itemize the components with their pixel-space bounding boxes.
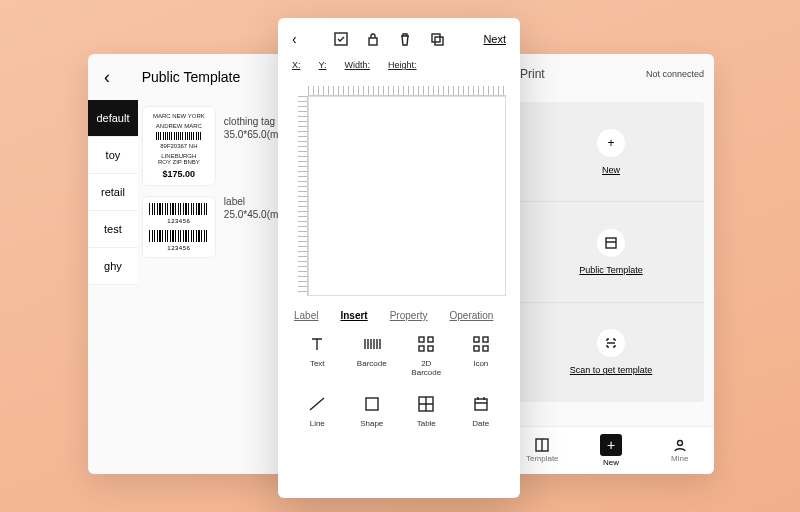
tool-table[interactable]: Table	[399, 395, 454, 428]
svg-rect-5	[335, 33, 347, 45]
nav-label: Template	[526, 454, 558, 463]
dim-y[interactable]: Y:	[319, 60, 327, 82]
svg-rect-21	[475, 399, 487, 410]
category-default[interactable]: default	[88, 100, 138, 137]
barcode-icon	[156, 132, 202, 140]
scan-icon	[597, 329, 625, 357]
calendar-icon	[473, 395, 489, 413]
copy-icon[interactable]	[430, 32, 446, 46]
page-title: Public Template	[100, 69, 282, 85]
tab-label[interactable]: Label	[294, 310, 318, 321]
plus-icon: +	[600, 434, 622, 456]
svg-rect-14	[483, 337, 488, 342]
home-screen: Print Not connected + New Public Templat…	[508, 54, 714, 474]
template-card-2[interactable]: 123456 123456	[142, 196, 216, 258]
lock-icon[interactable]	[366, 32, 382, 46]
grid-icon	[473, 335, 489, 353]
tool-shape[interactable]: Shape	[345, 395, 400, 428]
svg-rect-0	[606, 238, 616, 248]
tool-barcode[interactable]: Barcode	[345, 335, 400, 377]
nav-label: Mine	[671, 454, 688, 463]
page-title: Print	[520, 67, 545, 81]
action-scan[interactable]: Scan to get template	[518, 303, 704, 402]
nav-mine[interactable]: Mine	[645, 438, 714, 463]
dim-width[interactable]: Width:	[345, 60, 371, 82]
next-button[interactable]: Next	[483, 33, 506, 45]
bottom-nav: Template + New Mine	[508, 426, 714, 474]
editor-screen: ‹ Next X: Y: Width: Height: Label Insert…	[278, 18, 520, 498]
header: Print Not connected	[508, 54, 714, 94]
tool-icon[interactable]: Icon	[454, 335, 509, 377]
template-card-1[interactable]: MARC NEW YORK ANDREW MARC 89F20367 NH LI…	[142, 106, 216, 186]
template-icon	[597, 229, 625, 257]
user-icon	[673, 438, 687, 452]
category-retail[interactable]: retail	[88, 174, 138, 211]
category-list: default toy retail test ghy	[88, 100, 138, 474]
line-icon	[308, 395, 326, 413]
public-template-screen: ‹ Public Template default toy retail tes…	[88, 54, 294, 474]
action-label: New	[602, 165, 620, 175]
ruler-vertical	[298, 96, 308, 296]
svg-point-4	[677, 441, 682, 446]
template-icon	[535, 438, 549, 452]
barcode-number: 123456	[167, 218, 190, 224]
trash-icon[interactable]	[398, 32, 414, 46]
card-sku: 89F20367 NH	[160, 143, 197, 150]
svg-rect-16	[483, 346, 488, 351]
action-grid: + New Public Template Scan to get templa…	[518, 102, 704, 402]
barcode-icon	[149, 230, 209, 242]
svg-rect-10	[428, 337, 433, 342]
action-public-template[interactable]: Public Template	[518, 202, 704, 302]
category-ghy[interactable]: ghy	[88, 248, 138, 285]
table-icon	[418, 395, 434, 413]
back-icon[interactable]: ‹	[292, 31, 297, 47]
select-icon[interactable]	[334, 32, 350, 46]
tool-text[interactable]: Text	[290, 335, 345, 377]
tool-2d-barcode[interactable]: 2D Barcode	[399, 335, 454, 377]
text-icon	[309, 335, 325, 353]
action-label: Public Template	[579, 265, 642, 275]
card-product: LINEBURGH ROY ZIP BNBY	[158, 153, 200, 166]
nav-label: New	[603, 458, 619, 467]
action-label: Scan to get template	[570, 365, 653, 375]
tab-insert[interactable]: Insert	[340, 310, 367, 321]
barcode-icon	[149, 203, 209, 215]
card-price: $175.00	[163, 169, 196, 179]
editor-toolbar: ‹ Next	[278, 18, 520, 60]
canvas[interactable]	[308, 96, 506, 296]
svg-rect-17	[366, 398, 378, 410]
svg-rect-13	[474, 337, 479, 342]
barcode-number: 123456	[167, 245, 190, 251]
tab-property[interactable]: Property	[390, 310, 428, 321]
insert-tools: Text Barcode 2D Barcode Icon Line Shape …	[278, 329, 520, 434]
tool-date[interactable]: Date	[454, 395, 509, 428]
action-new[interactable]: + New	[518, 102, 704, 202]
svg-rect-9	[419, 337, 424, 342]
card-brand: MARC NEW YORK	[153, 113, 205, 120]
qr-icon	[418, 335, 434, 353]
nav-new[interactable]: + New	[577, 434, 646, 467]
template-thumbnails: MARC NEW YORK ANDREW MARC 89F20367 NH LI…	[138, 100, 220, 474]
svg-rect-7	[432, 34, 440, 42]
shape-icon	[364, 395, 380, 413]
svg-rect-6	[369, 38, 377, 45]
svg-rect-15	[474, 346, 479, 351]
header: ‹ Public Template	[88, 54, 294, 100]
canvas-area	[278, 82, 520, 296]
editor-tabs: Label Insert Property Operation	[278, 296, 520, 329]
tab-operation[interactable]: Operation	[450, 310, 494, 321]
dim-height[interactable]: Height:	[388, 60, 417, 82]
dimension-bar: X: Y: Width: Height:	[278, 60, 520, 82]
category-test[interactable]: test	[88, 211, 138, 248]
plus-icon: +	[597, 129, 625, 157]
svg-rect-11	[419, 346, 424, 351]
svg-rect-12	[428, 346, 433, 351]
svg-rect-8	[435, 37, 443, 45]
connection-status[interactable]: Not connected	[646, 69, 704, 79]
ruler-horizontal	[308, 86, 506, 96]
tool-line[interactable]: Line	[290, 395, 345, 428]
barcode-icon	[363, 335, 381, 353]
category-toy[interactable]: toy	[88, 137, 138, 174]
dim-x[interactable]: X:	[292, 60, 301, 82]
card-brand2: ANDREW MARC	[156, 123, 202, 130]
